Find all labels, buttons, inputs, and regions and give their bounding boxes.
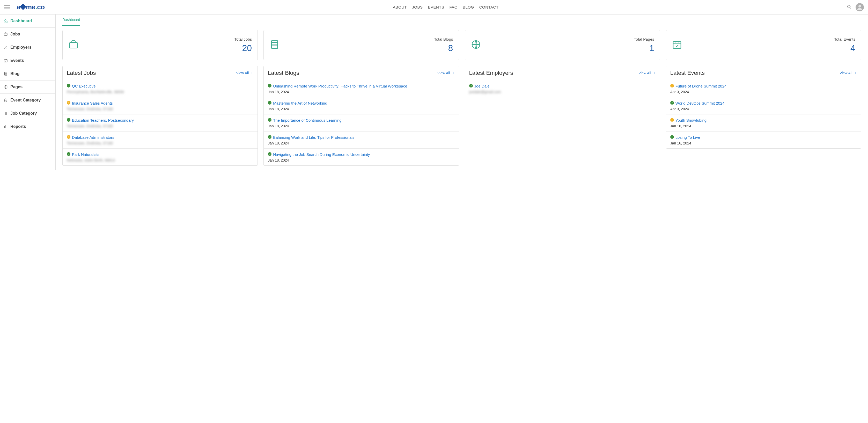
view-all-link[interactable]: View All [639,71,656,75]
list-item-title-text: Mastering the Art of Networking [273,100,327,106]
status-ok-icon [268,152,272,156]
list-item-sub-blur: Tennessee, Ondricka, 37180 [67,124,253,128]
calendar-check-icon [672,39,682,51]
stat-value: 20 [235,43,252,53]
list-item-title[interactable]: World DevOps Summit 2024 [670,100,857,106]
top-nav: ABOUT JOBS EVENTS FAQ BLOG CONTACT [45,5,847,9]
stat-card-total-pages: Total Pages1 [465,30,660,60]
list-item: Education Teachers, Postsecondary Tennes… [63,114,257,131]
nav-faq[interactable]: FAQ [449,5,458,9]
list-item-sub-blur: Tennessee, Ondricka, 37180 [67,107,253,111]
list-item-title[interactable]: Education Teachers, Postsecondary [67,118,253,123]
nav-blog[interactable]: BLOG [463,5,474,9]
list-item-title[interactable]: Youth Snowtubing [670,118,857,123]
list-item: Future of Drone Summit 2024 Apr 3, 2024 [666,80,861,97]
list-item-sub: Jan 18, 2024 [268,158,455,162]
stat-card-total-events: Total Events4 [666,30,861,60]
stats-row: Total Jobs20Total Blogs8Total Pages1Tota… [62,30,861,60]
logo-tld: co [37,3,44,11]
search-icon[interactable] [847,4,851,10]
list-item: QC Executive Pennsylvania, Bechtelervill… [63,80,257,97]
list-item-title[interactable]: Losing To Live [670,134,857,140]
sidebar-item-employers[interactable]: Employers [0,41,55,54]
stat-value: 1 [634,43,654,53]
nav-contact[interactable]: CONTACT [479,5,499,9]
list-item-title[interactable]: Balancing Work and Life: Tips for Profes… [268,134,455,140]
list-item-sub: Apr 3, 2024 [670,107,857,111]
list-item: Unleashing Remote Work Productivity: Hac… [264,80,459,97]
status-ok-icon [67,152,70,156]
sidebar-item-events[interactable]: Events [0,54,55,67]
view-all-link[interactable]: View All [840,71,857,75]
sidebar-item-blog[interactable]: Blog [0,67,55,81]
list-item: Losing To Live Jan 16, 2024 [666,131,861,148]
sidebar-item-pages[interactable]: Pages [0,81,55,94]
list-item-sub: Jan 18, 2024 [268,124,455,128]
sidebar-item-label: Jobs [10,32,20,36]
status-warn-icon [670,118,674,122]
sidebar-item-reports[interactable]: Reports [0,120,55,133]
sidebar-item-dashboard[interactable]: Dashboard [0,14,55,28]
list-item-title-text: Balancing Work and Life: Tips for Profes… [273,134,354,140]
sidebar: DashboardJobsEmployersEventsBlogPagesEve… [0,14,56,170]
list-item-title[interactable]: Park Naturalists [67,152,253,157]
sidebar-item-label: Event Category [10,98,41,102]
list-item-title-text: The Importance of Continuous Learning [273,118,341,123]
tab-dashboard[interactable]: Dashboard [62,14,80,26]
sidebar-item-event-category[interactable]: Event Category [0,94,55,107]
view-all-link[interactable]: View All [236,71,253,75]
sidebar-item-jobs[interactable]: Jobs [0,28,55,41]
logo-dot: . [35,3,37,11]
list-item: World DevOps Summit 2024 Apr 3, 2024 [666,97,861,114]
list-item-title[interactable]: Unleashing Remote Work Productivity: Hac… [268,83,455,89]
panel-title: Latest Blogs [268,70,299,77]
panel-title: Latest Employers [469,70,513,77]
list-item-title[interactable]: Insurance Sales Agents [67,100,253,106]
list-item-sub-blur: joedale@gmail.com [469,90,656,94]
list-item-title[interactable]: Navigating the Job Search During Economi… [268,152,455,157]
stat-value: 4 [834,43,855,53]
arrow-right-icon [451,72,455,74]
list-item-title-text: QC Executive [72,83,96,89]
menu-toggle-icon[interactable] [4,4,10,10]
view-all-link[interactable]: View All [437,71,455,75]
nav-jobs[interactable]: JOBS [412,5,423,9]
sidebar-item-label: Blog [10,71,20,76]
list-item: Joe Dale joedale@gmail.com [465,80,660,97]
avatar[interactable] [856,3,864,11]
list-item-title-text: Joe Dale [474,83,490,89]
status-warn-icon [67,101,70,104]
main: Dashboard Total Jobs20Total Blogs8Total … [56,14,868,170]
header: ame.co ABOUT JOBS EVENTS FAQ BLOG CONTAC… [0,0,868,14]
list-item-title-text: Navigating the Job Search During Economi… [273,152,370,157]
panels-row: Latest JobsView All QC Executive Pennsyl… [62,66,861,166]
list-item-title[interactable]: Mastering the Art of Networking [268,100,455,106]
list-item-title[interactable]: Joe Dale [469,83,656,89]
book-icon [4,72,8,76]
stat-card-total-jobs: Total Jobs20 [62,30,258,60]
list-item-sub-blur: Pennsylvania, Bechtelerville, 38056 [67,90,253,94]
list-item-title-text: Database Administrators [72,134,114,140]
list-item-title-text: Education Teachers, Postsecondary [72,118,134,123]
list-item-sub: Jan 18, 2024 [268,107,455,111]
list-item-title[interactable]: Future of Drone Summit 2024 [670,83,857,89]
arrow-right-icon [853,72,857,74]
status-ok-icon [469,84,473,88]
nav-events[interactable]: EVENTS [428,5,444,9]
status-ok-icon [67,84,70,88]
sidebar-item-job-category[interactable]: Job Category [0,107,55,120]
briefcase-icon [68,39,79,51]
nav-about[interactable]: ABOUT [393,5,407,9]
sidebar-item-label: Employers [10,45,32,50]
user-icon [4,45,8,50]
sidebar-item-label: Reports [10,124,26,129]
list-item: Park Naturalists Nebraska, Isidre Berth,… [63,148,257,165]
list-item-title[interactable]: The Importance of Continuous Learning [268,118,455,123]
sidebar-item-label: Events [10,58,24,63]
list-item-title[interactable]: QC Executive [67,83,253,89]
logo[interactable]: ame.co [17,3,45,11]
list-item-title[interactable]: Database Administrators [67,134,253,140]
status-ok-icon [268,101,272,104]
list-item: Mastering the Art of Networking Jan 18, … [264,97,459,114]
logo-diamond-icon [20,3,26,10]
